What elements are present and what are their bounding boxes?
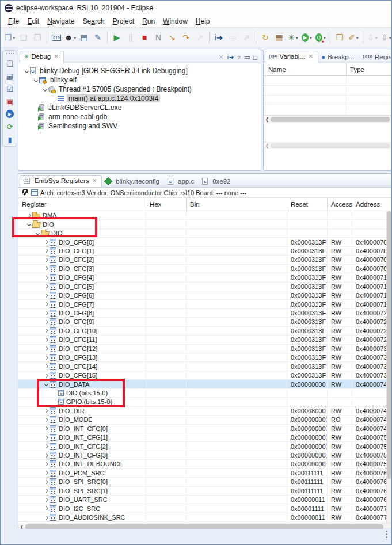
debug-config-button[interactable]: ✳▾ bbox=[287, 31, 299, 44]
chevron-right-icon[interactable] bbox=[43, 436, 50, 439]
register-row[interactable]: DIO_CFG[14]0x0000313FRW0x40000738 bbox=[18, 362, 391, 371]
chevron-right-icon[interactable] bbox=[43, 356, 50, 359]
chevron-right-icon[interactable] bbox=[43, 507, 50, 510]
debug-tree-row[interactable]: Thread #1 57005 (Suspended : Breakpoint) bbox=[18, 85, 261, 94]
debug-tree-row[interactable]: Semihosting and SWV bbox=[18, 121, 261, 131]
open-element-button[interactable]: ❒ bbox=[333, 31, 346, 44]
column-reset[interactable]: Reset bbox=[287, 198, 328, 211]
tasks-view-button[interactable]: ☑ bbox=[4, 83, 16, 94]
variables-hscrollbar[interactable]: ❮ bbox=[264, 115, 391, 123]
register-row[interactable]: DIO bbox=[18, 220, 391, 228]
menu-window[interactable]: Window bbox=[159, 16, 192, 26]
new-wizard-button[interactable]: ❐▾ bbox=[3, 31, 16, 44]
register-row[interactable]: DIO_PCM_SRC0x00111111RW0x40000760 bbox=[18, 469, 391, 478]
register-row[interactable]: DIO_CFG[9]0x0000313FRW0x40000724 bbox=[18, 318, 391, 326]
embsys-hscrollbar[interactable]: ❮ bbox=[18, 523, 391, 529]
resume-button[interactable]: ▶ bbox=[111, 31, 123, 44]
register-row[interactable]: DIO_SPI_SRC[0]0x00111111RW0x40000764 bbox=[18, 478, 391, 486]
dropdown-caret-icon[interactable]: ▾ bbox=[310, 35, 312, 40]
run-button[interactable]: ▶▾ bbox=[300, 31, 313, 44]
register-row[interactable]: DIO_SPI_SRC[1]0x00111111RW0x40000768 bbox=[18, 487, 391, 496]
chevron-right-icon[interactable] bbox=[43, 312, 50, 315]
chevron-right-icon[interactable] bbox=[43, 267, 50, 270]
previous-annotation-button[interactable]: ⇧▾ bbox=[380, 31, 391, 44]
memory-view-button[interactable]: ▣ bbox=[4, 96, 16, 107]
dropdown-caret-icon[interactable]: ▾ bbox=[13, 35, 15, 40]
register-row[interactable]: DIO_CFG[10]0x0000313FRW0x40000728 bbox=[18, 327, 391, 336]
chevron-right-icon[interactable] bbox=[43, 241, 50, 243]
chevron-right-icon[interactable] bbox=[43, 321, 50, 323]
chevron-right-icon[interactable] bbox=[43, 365, 50, 368]
profile-button[interactable]: Q●▾ bbox=[314, 31, 327, 44]
chevron-right-icon[interactable] bbox=[43, 409, 50, 412]
debug-tree-row[interactable]: Cblinky Debug [GDB SEGGER J-Link Debuggi… bbox=[18, 66, 261, 75]
scroll-thumb[interactable] bbox=[271, 117, 390, 122]
tab-rteconfig[interactable]: blinky.rteconfig bbox=[102, 176, 164, 187]
register-row[interactable]: DIO (bits 15-0) bbox=[18, 389, 391, 398]
register-row[interactable]: DMA bbox=[18, 211, 391, 220]
register-row[interactable]: DIO_CFG[5]0x0000313FRW0x40000714 bbox=[18, 283, 391, 291]
column-access[interactable]: Access bbox=[328, 198, 352, 211]
register-row[interactable]: DIO bbox=[18, 229, 391, 238]
register-row[interactable]: DIO_MODE0x00000000RO0x40000748 bbox=[18, 416, 391, 424]
chevron-right-icon[interactable] bbox=[43, 489, 50, 492]
variables-row[interactable] bbox=[264, 76, 391, 86]
menu-file[interactable]: File bbox=[4, 16, 23, 26]
tab-embsys-registers[interactable]: EmbSys Registers✕ bbox=[20, 175, 102, 187]
register-row[interactable]: DIO_INT_CFG[0]0x00000000RW0x4000074c bbox=[18, 425, 391, 433]
dropdown-caret-icon[interactable]: ▾ bbox=[375, 35, 378, 40]
resume-view-button[interactable]: ▶ bbox=[4, 108, 16, 120]
register-row[interactable]: DIO_CFG[1]0x0000313FRW0x40000704 bbox=[18, 247, 391, 256]
register-row[interactable]: GPIO (bits 15-0) bbox=[18, 398, 391, 406]
column-name[interactable]: Name bbox=[264, 63, 347, 75]
register-row[interactable]: DIO_CFG[15]0x0000313FRW0x4000073c bbox=[18, 371, 391, 380]
dropdown-caret-icon[interactable]: ▾ bbox=[296, 35, 298, 40]
chevron-down-icon[interactable] bbox=[32, 79, 39, 82]
device-view-button[interactable]: ▮ bbox=[4, 134, 16, 145]
register-row[interactable]: DIO_CFG[13]0x0000313FRW0x40000734 bbox=[18, 353, 391, 362]
chevron-right-icon[interactable] bbox=[43, 294, 50, 297]
chevron-right-icon[interactable] bbox=[43, 427, 50, 430]
register-row[interactable]: DIO_INT_CFG[1]0x00000000RW0x40000750 bbox=[18, 433, 391, 442]
column-type[interactable]: Type bbox=[347, 66, 391, 73]
pin-editor-button[interactable]: ✎ bbox=[92, 31, 104, 44]
binary-file-button[interactable]: 010 bbox=[50, 31, 63, 44]
screen-capture-view-button[interactable]: ⟳ bbox=[4, 121, 16, 132]
editor-link-icon[interactable] bbox=[31, 189, 38, 196]
chevron-right-icon[interactable] bbox=[43, 445, 50, 448]
column-address[interactable]: Address bbox=[352, 198, 391, 211]
register-row[interactable]: DIO_CFG[12]0x0000313FRW0x40000730 bbox=[18, 345, 391, 353]
chevron-right-icon[interactable] bbox=[43, 258, 50, 261]
menu-run[interactable]: Run bbox=[138, 16, 159, 26]
view-menu-icon[interactable]: ▿ bbox=[237, 54, 241, 61]
chevron-down-icon[interactable] bbox=[34, 232, 41, 235]
register-row[interactable]: DIO_CFG[0]0x0000313FRW0x40000700 bbox=[18, 238, 391, 246]
register-row[interactable]: DIO_CFG[3]0x0000313FRW0x4000070c bbox=[18, 265, 391, 273]
chevron-right-icon[interactable] bbox=[43, 249, 50, 252]
chevron-right-icon[interactable] bbox=[43, 276, 50, 279]
variables-row[interactable] bbox=[264, 86, 391, 96]
console-button[interactable]: ▤ bbox=[78, 31, 90, 44]
register-row[interactable]: DIO_CFG[8]0x0000313FRW0x40000720 bbox=[18, 309, 391, 318]
maximize-icon[interactable]: □ bbox=[253, 54, 257, 61]
tab-debug[interactable]: ✳ Debug ✕ bbox=[20, 51, 64, 63]
step-into-button[interactable]: ↘ bbox=[166, 31, 178, 44]
scroll-thumb[interactable] bbox=[387, 211, 391, 479]
user-account-button[interactable]: ☻▾ bbox=[64, 31, 77, 44]
menu-edit[interactable]: Edit bbox=[23, 16, 43, 26]
register-row[interactable]: DIO_CFG[4]0x0000313FRW0x40000710 bbox=[18, 273, 391, 282]
scroll-left-icon[interactable]: ❮ bbox=[18, 524, 25, 529]
column-register[interactable]: Register bbox=[18, 198, 146, 211]
terminate-button[interactable]: ■ bbox=[138, 31, 151, 44]
tab-variables[interactable]: (x)=Variabl...✕ bbox=[265, 51, 318, 63]
chevron-right-icon[interactable] bbox=[25, 214, 32, 217]
chevron-right-icon[interactable] bbox=[43, 418, 50, 421]
tab-registers[interactable]: 1010Regist... bbox=[359, 52, 392, 63]
chevron-down-icon[interactable] bbox=[43, 383, 50, 386]
refresh-debug-button[interactable]: ↻ bbox=[259, 31, 272, 44]
embsys-vscrollbar[interactable] bbox=[386, 211, 391, 523]
register-row[interactable]: DIO_DATA0x00000000RW0x40000740 bbox=[18, 380, 391, 388]
register-row[interactable]: DIO_CFG[6]0x0000313FRW0x40000718 bbox=[18, 291, 391, 300]
debug-tree-row[interactable]: main() at app.c:124 0x1003f4 bbox=[18, 94, 261, 103]
chevron-right-icon[interactable] bbox=[43, 463, 50, 466]
